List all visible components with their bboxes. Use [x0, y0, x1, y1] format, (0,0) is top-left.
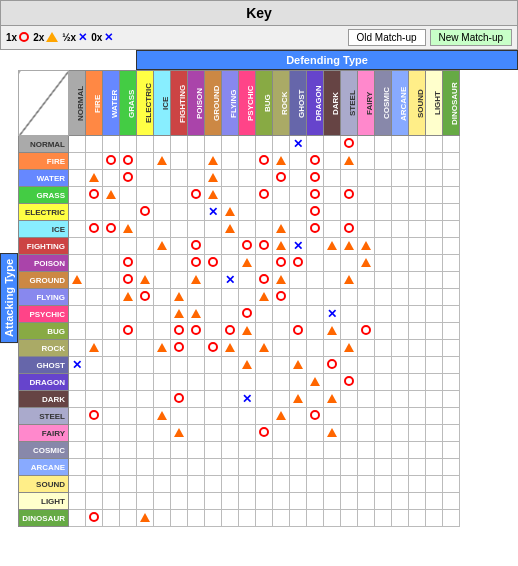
table-cell	[103, 204, 120, 221]
table-cell	[205, 357, 222, 374]
table-cell	[171, 153, 188, 170]
table-cell	[222, 357, 239, 374]
col-header-steel: STEEL	[341, 71, 358, 136]
table-cell	[69, 272, 86, 289]
table-cell	[341, 272, 358, 289]
table-cell	[103, 442, 120, 459]
table-cell	[307, 425, 324, 442]
table-cell	[426, 425, 443, 442]
table-cell	[358, 408, 375, 425]
table-cell	[409, 238, 426, 255]
table-cell	[154, 204, 171, 221]
table-cell	[341, 510, 358, 527]
table-cell	[324, 221, 341, 238]
table-cell	[256, 306, 273, 323]
table-cell	[222, 289, 239, 306]
table-cell	[86, 425, 103, 442]
table-cell	[426, 187, 443, 204]
table-cell	[222, 425, 239, 442]
table-cell	[222, 510, 239, 527]
main-table: Defending Type Attacking Type NORMALFIRE…	[0, 50, 518, 527]
table-cell	[443, 425, 460, 442]
table-cell	[392, 289, 409, 306]
table-cell	[222, 255, 239, 272]
table-cell	[290, 442, 307, 459]
table-cell	[137, 476, 154, 493]
table-cell	[443, 374, 460, 391]
table-cell	[409, 476, 426, 493]
table-cell	[290, 459, 307, 476]
table-cell	[273, 187, 290, 204]
table-cell	[69, 408, 86, 425]
table-cell	[341, 238, 358, 255]
table-cell	[290, 255, 307, 272]
table-cell	[426, 238, 443, 255]
table-cell	[324, 425, 341, 442]
table-cell	[256, 425, 273, 442]
table-cell	[341, 442, 358, 459]
row-header-normal: NORMAL	[19, 136, 69, 153]
table-cell	[205, 170, 222, 187]
defending-header: Defending Type	[136, 50, 518, 70]
key-1x: 1x	[6, 32, 29, 44]
table-cell	[154, 306, 171, 323]
table-cell	[290, 374, 307, 391]
table-cell	[205, 221, 222, 238]
table-cell	[137, 221, 154, 238]
table-cell	[120, 476, 137, 493]
table-cell	[392, 442, 409, 459]
table-area: Attacking Type NORMALFIREWATERGRASSELECT…	[0, 70, 518, 527]
table-cell	[256, 408, 273, 425]
table-cell	[188, 374, 205, 391]
table-cell	[256, 187, 273, 204]
new-matchup: New Match-up	[430, 29, 512, 46]
table-cell	[426, 374, 443, 391]
table-cell	[409, 187, 426, 204]
table-cell	[375, 136, 392, 153]
table-cell	[103, 306, 120, 323]
table-cell	[290, 510, 307, 527]
table-cell	[154, 255, 171, 272]
key-2x: 2x	[33, 32, 58, 44]
table-cell	[307, 459, 324, 476]
table-cell	[443, 476, 460, 493]
table-cell	[273, 408, 290, 425]
table-cell	[239, 272, 256, 289]
table-cell	[188, 136, 205, 153]
table-cell	[273, 136, 290, 153]
table-cell	[273, 391, 290, 408]
table-cell	[239, 425, 256, 442]
table-cell	[222, 340, 239, 357]
table-cell	[358, 391, 375, 408]
table-cell	[86, 493, 103, 510]
table-cell	[273, 306, 290, 323]
table-cell	[324, 391, 341, 408]
table-cell	[137, 374, 154, 391]
table-cell	[69, 459, 86, 476]
table-cell	[171, 357, 188, 374]
table-cell	[69, 425, 86, 442]
table-cell	[392, 391, 409, 408]
table-cell	[443, 221, 460, 238]
table-cell	[86, 357, 103, 374]
table-cell	[171, 255, 188, 272]
table-cell	[273, 425, 290, 442]
key-row: 1x 2x ½x ✕ 0x ✕ Old Match-up New Match-u…	[0, 26, 518, 50]
table-cell	[154, 323, 171, 340]
table-cell	[154, 459, 171, 476]
table-cell	[324, 357, 341, 374]
table-cell	[256, 476, 273, 493]
table-cell	[324, 476, 341, 493]
table-cell	[86, 221, 103, 238]
table-cell	[290, 187, 307, 204]
table-cell	[239, 204, 256, 221]
table-cell	[443, 153, 460, 170]
table-cell	[103, 153, 120, 170]
table-cell	[137, 459, 154, 476]
table-cell	[375, 221, 392, 238]
table-cell	[205, 442, 222, 459]
row-header-sound: SOUND	[19, 476, 69, 493]
table-cell	[103, 289, 120, 306]
table-cell	[222, 170, 239, 187]
table-cell	[86, 306, 103, 323]
